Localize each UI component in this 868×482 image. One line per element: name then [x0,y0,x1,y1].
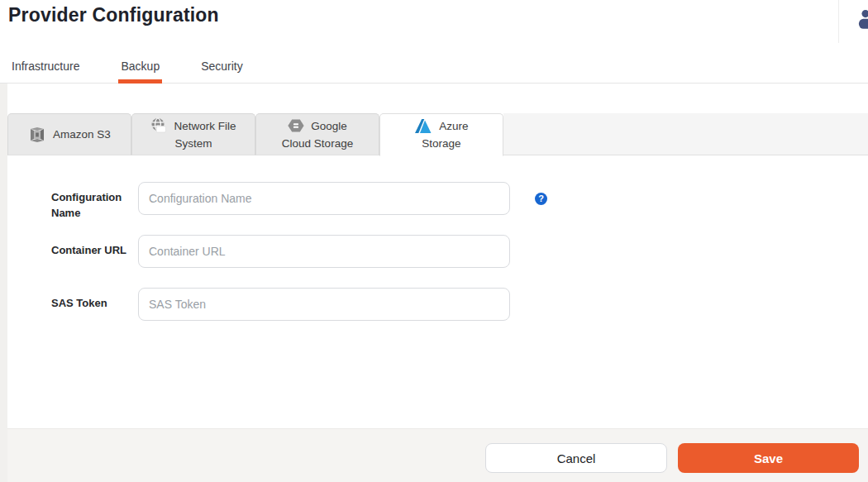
page-header: Provider Configuration Infrastructure Ba… [0,0,868,84]
provider-tab-label: Network File [174,117,236,135]
sas-token-input[interactable] [138,288,510,321]
provider-tab-label: Amazon S3 [53,126,111,143]
help-icon[interactable]: ? [535,193,547,205]
user-account-button[interactable] [855,7,868,29]
container-url-label: Container URL [51,235,131,258]
nav-tab-infrastructure[interactable]: Infrastructure [9,55,82,84]
form-row-configuration-name: Configuration Name ? [51,182,547,221]
provider-tab-label-line2: Cloud Storage [282,135,353,152]
provider-tab-amazon-s3[interactable]: Amazon S3 [7,113,131,155]
configuration-name-label: Configuration Name [51,182,131,221]
user-icon [855,19,868,31]
provider-tabstrip: Amazon S3 [7,113,868,156]
sas-token-label: SAS Token [51,288,131,311]
nav-tab-security[interactable]: Security [198,55,246,84]
provider-tab-label-line2: Storage [422,135,460,152]
action-footer: Cancel Save [7,428,868,482]
azure-storage-icon [414,118,432,135]
configuration-name-input[interactable] [138,182,510,215]
save-button[interactable]: Save [678,443,859,473]
amazon-s3-icon [28,126,46,144]
header-divider [838,0,839,43]
container-url-input[interactable] [138,235,510,268]
provider-tab-network-file-system[interactable]: Network File System [131,113,255,155]
provider-configuration-page: Provider Configuration Infrastructure Ba… [0,0,868,482]
page-title: Provider Configuration [8,4,219,26]
google-cloud-storage-icon [288,117,304,134]
provider-tab-google-cloud-storage[interactable]: Google Cloud Storage [255,113,379,155]
form-row-container-url: Container URL [51,235,510,268]
content-area: Amazon S3 [0,84,868,482]
cancel-button[interactable]: Cancel [485,443,667,473]
provider-tab-azure-storage[interactable]: Azure Storage [379,113,503,156]
provider-tab-label-line2: System [174,135,212,152]
tabstrip-filler [503,113,868,155]
settings-nav: Infrastructure Backup Security [9,55,282,84]
provider-tab-label: Google [311,117,347,135]
network-file-system-icon [150,117,167,134]
backup-panel: Amazon S3 [7,84,868,482]
provider-tab-label: Azure [439,117,468,135]
nav-tab-backup[interactable]: Backup [118,55,162,84]
form-row-sas-token: SAS Token [51,288,510,321]
